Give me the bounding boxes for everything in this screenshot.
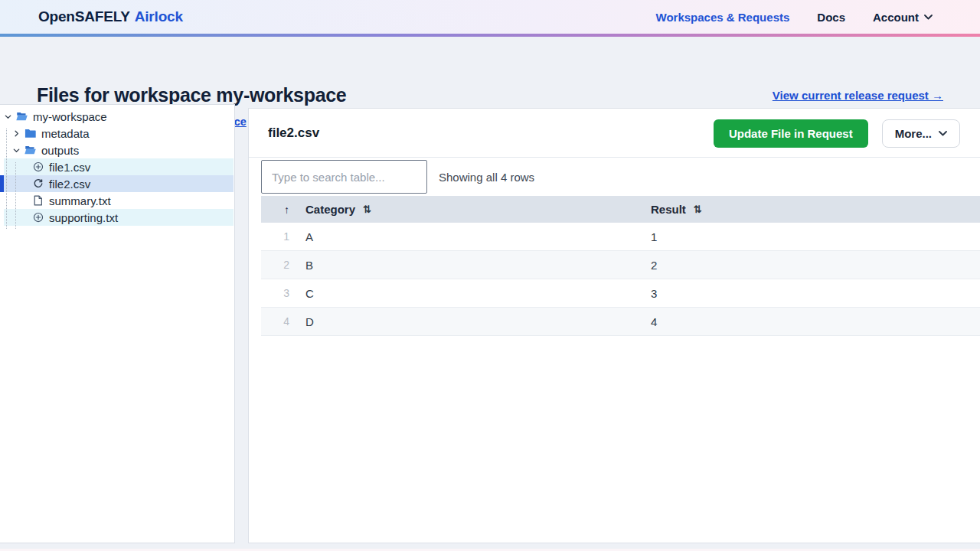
table-row: 2 B 2 (261, 251, 980, 279)
tree-item-label: file1.csv (49, 161, 90, 174)
page-title: Files for workspace my-workspace (37, 84, 346, 106)
result-cell: 2 (651, 259, 980, 272)
nav-docs[interactable]: Docs (817, 11, 845, 24)
plus-circle-icon (32, 161, 44, 173)
chevron-down-icon[interactable] (3, 112, 12, 121)
chevron-down-icon (939, 131, 947, 136)
table-search-input[interactable] (261, 160, 427, 194)
sort-toggle-icon: ⇅ (694, 204, 702, 215)
nav-links: Workspaces & Requests Docs Account (656, 11, 933, 24)
table-row: 3 C 3 (261, 279, 980, 308)
result-cell: 1 (651, 230, 980, 243)
tree-item-metadata[interactable]: metadata (0, 125, 234, 142)
sort-toggle-icon: ⇅ (363, 204, 371, 215)
table-row: 1 A 1 (261, 223, 980, 251)
document-icon (32, 195, 44, 207)
column-header-label: Result (651, 203, 686, 216)
category-cell: A (293, 230, 651, 243)
result-cell: 4 (651, 315, 980, 328)
file-tree-sidebar: my-workspace metadata (0, 104, 235, 543)
tree-item-outputs[interactable]: outputs (0, 142, 234, 158)
brand-logo[interactable]: OpenSAFELYAirlock (38, 8, 183, 25)
result-cell: 3 (651, 287, 980, 300)
result-column-header[interactable]: Result ⇅ (651, 203, 980, 216)
folder-open-icon (24, 145, 36, 156)
nav-account-menu[interactable]: Account (873, 11, 933, 24)
tree-item-supporting-txt[interactable]: supporting.txt (0, 209, 234, 226)
category-cell: C (293, 287, 651, 300)
chevron-right-icon[interactable] (11, 129, 21, 138)
tree-item-label: file2.csv (49, 178, 90, 191)
file-panel-header: file2.csv Update File in Request More... (249, 109, 980, 158)
file-actions: Update File in Request More... (714, 119, 960, 148)
row-number-sort-header[interactable]: ↑ (261, 204, 293, 216)
tree-item-label: outputs (41, 144, 79, 157)
file-content-panel: file2.csv Update File in Request More...… (248, 108, 980, 543)
plus-circle-icon (32, 212, 44, 223)
chevron-down-icon[interactable] (11, 145, 21, 155)
page-header: Files for workspace my-workspace View al… (0, 37, 980, 104)
tree-item-label: my-workspace (33, 110, 107, 123)
sort-ascending-icon: ↑ (284, 204, 289, 216)
chevron-down-icon (924, 15, 933, 20)
category-column-header[interactable]: Category ⇅ (293, 203, 651, 216)
category-cell: B (293, 259, 651, 272)
file-title: file2.csv (268, 109, 319, 157)
brand-name: OpenSAFELY (38, 8, 130, 24)
row-number: 2 (261, 259, 293, 271)
brand-product: Airlock (135, 8, 183, 24)
file-tree: my-workspace metadata (0, 108, 234, 226)
nav-account-label: Account (873, 11, 919, 24)
view-current-release-request-link[interactable]: View current release request → (773, 89, 943, 102)
tree-item-summary-txt[interactable]: summary.txt (0, 192, 234, 209)
update-pending-icon (32, 178, 44, 190)
tree-item-label: supporting.txt (49, 211, 118, 224)
category-cell: D (293, 315, 651, 328)
rows-summary: Showing all 4 rows (439, 158, 534, 196)
more-button-label: More... (895, 127, 932, 140)
table-header-row: ↑ Category ⇅ Result ⇅ (261, 196, 980, 223)
tree-item-file1-csv[interactable]: file1.csv (0, 158, 234, 175)
tree-item-file2-csv[interactable]: file2.csv (0, 175, 234, 192)
table-toolbar: Showing all 4 rows (249, 158, 980, 196)
folder-open-icon (16, 111, 28, 122)
folder-closed-icon (24, 128, 36, 139)
column-header-label: Category (305, 203, 355, 216)
tree-item-my-workspace[interactable]: my-workspace (0, 108, 234, 125)
top-nav: OpenSAFELYAirlock Workspaces & Requests … (0, 0, 980, 34)
update-file-in-request-button[interactable]: Update File in Request (714, 119, 868, 148)
nav-workspaces-requests[interactable]: Workspaces & Requests (656, 11, 790, 24)
more-actions-button[interactable]: More... (882, 119, 960, 148)
table-row: 4 D 4 (261, 308, 980, 336)
row-number: 4 (261, 315, 293, 328)
tree-item-label: metadata (41, 127, 90, 140)
row-number: 1 (261, 230, 293, 243)
tree-item-label: summary.txt (49, 194, 111, 207)
csv-data-table: ↑ Category ⇅ Result ⇅ 1 A 1 2 B 2 3 C 3 (261, 196, 980, 336)
row-number: 3 (261, 287, 293, 299)
